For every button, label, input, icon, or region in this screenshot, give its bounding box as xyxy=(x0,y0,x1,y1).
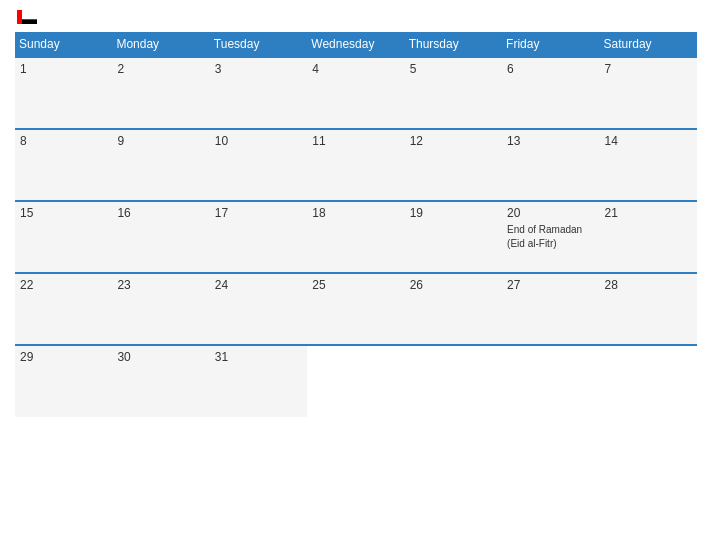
weekday-header-sunday: Sunday xyxy=(15,32,112,57)
day-number: 6 xyxy=(507,62,594,76)
weekday-header-friday: Friday xyxy=(502,32,599,57)
day-number: 4 xyxy=(312,62,399,76)
calendar-table: SundayMondayTuesdayWednesdayThursdayFrid… xyxy=(15,32,697,417)
day-number: 23 xyxy=(117,278,204,292)
calendar-cell: 25 xyxy=(307,273,404,345)
day-number: 5 xyxy=(410,62,497,76)
calendar-cell: 28 xyxy=(600,273,697,345)
day-number: 11 xyxy=(312,134,399,148)
calendar-cell: 24 xyxy=(210,273,307,345)
weekday-header-tuesday: Tuesday xyxy=(210,32,307,57)
day-number: 18 xyxy=(312,206,399,220)
day-number: 10 xyxy=(215,134,302,148)
calendar-week-row: 1234567 xyxy=(15,57,697,129)
calendar-cell: 22 xyxy=(15,273,112,345)
calendar-cell: 20End of Ramadan (Eid al-Fitr) xyxy=(502,201,599,273)
calendar-cell: 8 xyxy=(15,129,112,201)
day-number: 28 xyxy=(605,278,692,292)
calendar-cell: 12 xyxy=(405,129,502,201)
day-number: 1 xyxy=(20,62,107,76)
calendar-week-row: 891011121314 xyxy=(15,129,697,201)
calendar-cell: 19 xyxy=(405,201,502,273)
calendar-cell: 4 xyxy=(307,57,404,129)
calendar-cell: 6 xyxy=(502,57,599,129)
calendar-cell: 14 xyxy=(600,129,697,201)
calendar-cell: 9 xyxy=(112,129,209,201)
day-number: 31 xyxy=(215,350,302,364)
day-number: 27 xyxy=(507,278,594,292)
day-number: 22 xyxy=(20,278,107,292)
calendar-cell: 5 xyxy=(405,57,502,129)
page: SundayMondayTuesdayWednesdayThursdayFrid… xyxy=(0,0,712,550)
weekday-header-row: SundayMondayTuesdayWednesdayThursdayFrid… xyxy=(15,32,697,57)
day-number: 25 xyxy=(312,278,399,292)
calendar-cell: 26 xyxy=(405,273,502,345)
day-number: 20 xyxy=(507,206,594,220)
logo xyxy=(15,10,37,24)
calendar-cell: 2 xyxy=(112,57,209,129)
calendar-cell: 11 xyxy=(307,129,404,201)
day-number: 24 xyxy=(215,278,302,292)
day-number: 16 xyxy=(117,206,204,220)
day-number: 9 xyxy=(117,134,204,148)
logo-flag-icon xyxy=(17,10,37,24)
calendar-cell xyxy=(307,345,404,417)
calendar-cell: 23 xyxy=(112,273,209,345)
calendar-cell xyxy=(600,345,697,417)
weekday-header-wednesday: Wednesday xyxy=(307,32,404,57)
day-number: 17 xyxy=(215,206,302,220)
weekday-header-saturday: Saturday xyxy=(600,32,697,57)
weekday-header-thursday: Thursday xyxy=(405,32,502,57)
calendar-cell: 13 xyxy=(502,129,599,201)
calendar-cell: 30 xyxy=(112,345,209,417)
header xyxy=(15,10,697,24)
weekday-header-monday: Monday xyxy=(112,32,209,57)
calendar-cell: 18 xyxy=(307,201,404,273)
day-number: 15 xyxy=(20,206,107,220)
calendar-cell: 31 xyxy=(210,345,307,417)
calendar-cell: 3 xyxy=(210,57,307,129)
svg-rect-2 xyxy=(22,19,37,24)
day-number: 12 xyxy=(410,134,497,148)
event-label: End of Ramadan (Eid al-Fitr) xyxy=(507,224,582,249)
day-number: 21 xyxy=(605,206,692,220)
calendar-week-row: 22232425262728 xyxy=(15,273,697,345)
day-number: 29 xyxy=(20,350,107,364)
calendar-week-row: 151617181920End of Ramadan (Eid al-Fitr)… xyxy=(15,201,697,273)
calendar-cell xyxy=(405,345,502,417)
day-number: 3 xyxy=(215,62,302,76)
day-number: 30 xyxy=(117,350,204,364)
calendar-cell: 15 xyxy=(15,201,112,273)
calendar-cell: 29 xyxy=(15,345,112,417)
svg-rect-3 xyxy=(17,10,22,24)
calendar-cell: 10 xyxy=(210,129,307,201)
day-number: 26 xyxy=(410,278,497,292)
calendar-week-row: 293031 xyxy=(15,345,697,417)
day-number: 19 xyxy=(410,206,497,220)
calendar-cell: 17 xyxy=(210,201,307,273)
calendar-cell: 16 xyxy=(112,201,209,273)
day-number: 2 xyxy=(117,62,204,76)
calendar-cell: 7 xyxy=(600,57,697,129)
calendar-cell xyxy=(502,345,599,417)
calendar-cell: 1 xyxy=(15,57,112,129)
day-number: 7 xyxy=(605,62,692,76)
calendar-cell: 27 xyxy=(502,273,599,345)
day-number: 8 xyxy=(20,134,107,148)
calendar-cell: 21 xyxy=(600,201,697,273)
day-number: 13 xyxy=(507,134,594,148)
day-number: 14 xyxy=(605,134,692,148)
